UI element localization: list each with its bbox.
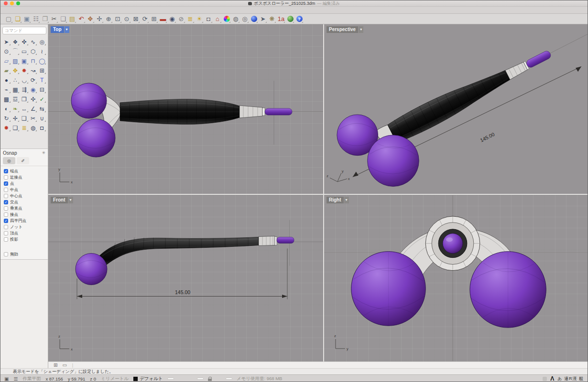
undo-icon[interactable]: ↶ [77,15,86,23]
layer-state-tool[interactable]: ≣ [20,123,29,132]
osnap-filter-tab[interactable]: ✐ [17,157,29,164]
wireframe-globe-icon[interactable]: ◍ [231,15,240,23]
model-ball[interactable] [76,254,107,285]
cut-icon[interactable]: ✂ [50,15,58,23]
osnap-int[interactable]: 交点 [0,199,48,205]
units-label[interactable]: ミリメートル [101,376,129,382]
box-tool[interactable]: ▣ [20,56,29,65]
loft-tool[interactable]: ▨ [11,56,20,65]
trim-tool[interactable]: ✂ [29,114,38,123]
offset-tool[interactable]: ✥ [11,66,20,75]
viewport-perspective[interactable]: Perspective ▾ 145.00 [324,24,588,194]
point-tool[interactable]: ✜ [20,37,29,46]
osnap-near[interactable]: 近接点 [0,174,48,180]
lock-tool[interactable]: ◘ [37,123,46,132]
point-cloud-tool[interactable]: ∴ [11,75,20,85]
scale-tool[interactable]: ☲ [11,95,20,104]
blend-tool[interactable]: ◡ [20,75,29,85]
lock-object-icon[interactable]: ◘ [204,15,213,23]
filter-toggle[interactable] [226,378,232,379]
osnap-perp[interactable]: 垂直点 [0,205,48,212]
layers-icon[interactable]: ≣ [186,15,195,23]
visibility-tool[interactable]: ◍ [29,123,38,132]
hatch-tool[interactable]: ◐ [2,104,11,113]
group-tool[interactable]: ❏ [11,123,20,132]
model-handle[interactable] [120,99,292,125]
print-icon[interactable]: ☷ [32,15,40,23]
viewport-top[interactable]: Top ▾ [48,24,323,194]
freeform-curve-tool[interactable]: ≀ [37,47,46,56]
arc-tool[interactable]: ⌒ [11,47,20,56]
save-icon[interactable]: ▣ [22,15,31,23]
rotate-view-icon[interactable]: ⟳ [141,15,149,23]
viewport-label-front[interactable]: Front ▾ [51,197,73,203]
gumball-tool[interactable]: ◉ [29,85,38,94]
circle-tool[interactable]: ◎ [37,37,46,46]
zoom-selected-icon[interactable]: ⊙ [122,15,131,23]
osnap-snaps-tab[interactable]: ◎ [3,157,15,164]
model-ball[interactable] [368,135,419,187]
right-view-canvas[interactable]: y z [324,195,588,361]
boolean-tool[interactable]: ● [2,75,11,85]
polygon-tool[interactable]: ⬡ [29,47,38,56]
mirror-tool[interactable]: ⇆ [37,104,46,113]
model-handle-section[interactable] [425,216,480,271]
hat-icon[interactable]: ⌂ [213,15,222,23]
osnap-quad[interactable]: 四半円点 [0,218,48,224]
new-viewport-icon[interactable]: ▭ [60,362,69,368]
osnap-mid[interactable]: 中点 [0,187,48,193]
zoom-extents-icon[interactable]: ⊠ [131,15,140,23]
text-tool[interactable]: T [37,75,46,85]
chevron-down-icon[interactable]: ▾ [359,26,363,33]
paste-icon[interactable]: ▤ [68,15,76,23]
model-ball[interactable] [77,119,115,157]
osnap-tan[interactable]: 接点 [0,212,48,218]
flow-tool[interactable]: ⇶ [20,85,29,94]
zoom-window-icon[interactable]: ⊡ [113,15,122,23]
osnap-end[interactable]: 端点 [0,168,48,174]
pattern-tool[interactable]: ▩ [2,95,11,104]
shaded-view-icon[interactable]: ◉ [168,15,176,23]
chevron-down-icon[interactable]: ▾ [344,197,349,203]
surface-tool[interactable]: ▱ [2,56,11,65]
model-ball[interactable] [71,83,107,118]
cplane-button[interactable]: 作業平面 [22,376,41,382]
model-ball[interactable] [470,252,546,328]
plane-tool[interactable]: ▰ [2,66,11,75]
model-handle[interactable] [98,236,294,268]
connect-tool[interactable]: ⌁ [2,85,11,94]
command-input[interactable] [2,27,46,34]
display-mode-icon[interactable]: ▬ [159,15,167,23]
osnap-vertex[interactable]: 頂点 [0,230,48,236]
osnap-point[interactable]: 点 [0,180,48,187]
four-viewports-icon[interactable]: ⊞ [150,15,158,23]
zoom-dynamic-icon[interactable]: ⊕ [104,15,113,23]
osnap-center[interactable]: 中心点 [0,193,48,199]
curve-tool[interactable]: ∿ [29,37,38,46]
osnap-project[interactable]: 投影 [0,236,48,243]
leaf-tool[interactable]: ❧ [11,104,20,113]
viewport-front[interactable]: Front ▾ [48,195,323,361]
earth-icon[interactable] [286,15,294,23]
join-tool[interactable]: ∪ [37,114,46,123]
open-file-icon[interactable]: ❏ [13,15,22,23]
rendered-sphere-icon[interactable] [250,15,258,23]
chevron-down-icon[interactable]: ▾ [68,197,73,203]
viewport-label-right[interactable]: Right ▾ [327,197,349,203]
viewport-label-perspective[interactable]: Perspective ▾ [327,26,363,33]
ime-status[interactable]: あ 連R漢 般 [557,376,584,382]
window-panel-icon[interactable]: ▣ [4,376,9,382]
twist-tool[interactable]: ⟳ [29,75,38,85]
perspective-view-canvas[interactable]: 145.00 [324,24,588,194]
dimension-tool[interactable]: ↔ [20,104,29,113]
viewport-right[interactable]: Right ▾ [324,195,588,361]
fillet-tool[interactable]: ✸ [20,66,29,75]
move-view-icon[interactable]: ✢ [95,15,104,23]
check-tool[interactable]: ✓ [37,95,46,104]
torus-tool[interactable]: ◯ [37,56,46,65]
chevron-down-icon[interactable]: ▾ [65,26,69,33]
rotate-tool[interactable]: ↻ [2,114,11,123]
export-icon[interactable]: ❐ [41,15,49,23]
color-wheel-icon[interactable] [222,15,231,23]
osnap-disable-checkbox[interactable]: 無効 [0,253,48,259]
